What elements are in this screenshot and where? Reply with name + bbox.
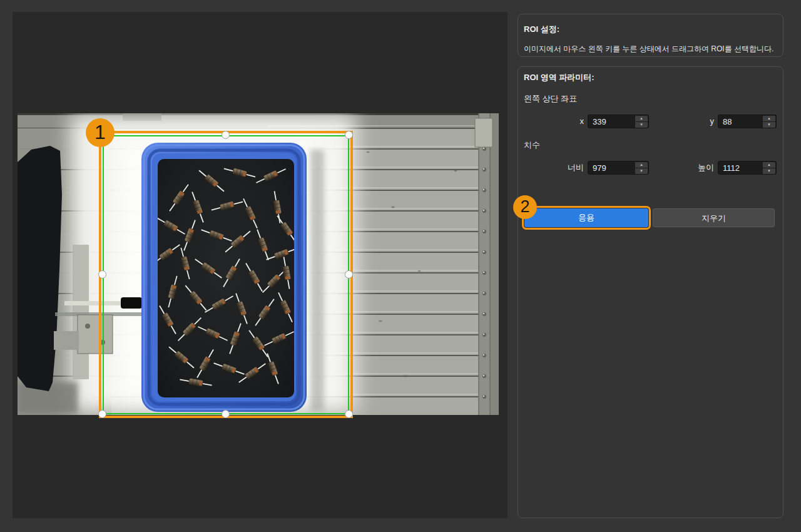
height-spinbox: ▲ ▼ (718, 161, 777, 175)
pole-bolt (482, 395, 486, 399)
width-label: 너비 (540, 161, 584, 175)
height-spin-up-button[interactable]: ▲ (763, 162, 775, 168)
step-2-badge: 2 (513, 195, 537, 219)
roi-handle-ml[interactable] (98, 270, 106, 279)
pole-bolt-highlight (483, 251, 484, 252)
roi-handle-bm[interactable] (222, 410, 230, 418)
bolt (85, 324, 90, 329)
roi-handle-tm[interactable] (222, 131, 230, 139)
roi-handle-bl[interactable] (98, 410, 106, 418)
pole-bolt (482, 312, 486, 316)
pole-bolt-highlight (483, 354, 484, 356)
roi-handle-tr[interactable] (345, 131, 353, 139)
pole-bolt (482, 271, 486, 275)
width-spinbox: ▲ ▼ (588, 161, 649, 175)
pole (479, 113, 490, 415)
pole-bolt (482, 168, 486, 171)
roi-applied-rect[interactable] (103, 135, 349, 414)
height-label: 높이 (670, 161, 714, 175)
x-input[interactable] (588, 115, 635, 128)
height-input[interactable] (718, 161, 763, 174)
pole-bolt-highlight (483, 396, 484, 397)
image-viewer: 1 (13, 12, 508, 518)
pole-bolt-highlight (483, 272, 484, 273)
y-spinbox: ▲ ▼ (718, 115, 777, 128)
pole-bolt (482, 374, 486, 378)
wall-right-edge (490, 113, 499, 415)
x-spin-down-button[interactable]: ▼ (635, 122, 648, 128)
pole-bolt-highlight (483, 292, 484, 294)
pole-bolt (482, 333, 486, 337)
x-spin-up-button[interactable]: ▲ (635, 116, 648, 121)
width-input[interactable] (588, 161, 635, 174)
clear-button[interactable]: 지우기 (653, 208, 775, 227)
roi-setting-title: ROI 설정: (524, 24, 559, 35)
y-spin-up-button[interactable]: ▲ (763, 116, 775, 121)
height-spin-down-button[interactable]: ▼ (763, 168, 775, 174)
roi-handle-mr[interactable] (345, 270, 353, 279)
roi-params-card: ROI 영역 파라미터: 왼쪽 상단 좌표 x ▲ ▼ y ▲ ▼ 치수 너비 … (518, 66, 783, 518)
top-left-coord-label: 왼쪽 상단 좌표 (524, 93, 577, 105)
roi-setting-card: ROI 설정: 이미지에서 마우스 왼쪽 키를 누른 상태에서 드래그하여 RO… (518, 14, 783, 57)
y-input[interactable] (718, 115, 763, 128)
width-spin-up-button[interactable]: ▲ (635, 162, 648, 168)
pole-bolt-highlight (483, 168, 484, 170)
pole-bolt (482, 230, 486, 233)
vertical-strut (73, 245, 89, 379)
size-label: 치수 (524, 140, 540, 151)
pole-bolt-highlight (483, 148, 484, 149)
roi-setting-description: 이미지에서 마우스 왼쪽 키를 누른 상태에서 드래그하여 ROI를 선택합니다… (524, 44, 773, 54)
pole-bolt (482, 354, 486, 357)
pole-bolt-highlight (483, 189, 484, 190)
roi-params-title: ROI 영역 파라미터: (524, 72, 594, 83)
pole-bolt-highlight (483, 334, 484, 335)
pole-bolt (482, 188, 486, 192)
pole-bolt-highlight (483, 210, 484, 211)
pole-bolt-highlight (483, 313, 484, 314)
camera-image[interactable] (18, 113, 499, 415)
apply-button[interactable]: 응용 (524, 208, 648, 227)
pole-bolt (482, 292, 486, 295)
roi-handle-br[interactable] (345, 410, 353, 418)
bracket-plate-small (54, 331, 79, 350)
pole-bolt (482, 250, 486, 254)
x-spinbox: ▲ ▼ (588, 115, 649, 128)
pole-bolt-highlight (483, 230, 484, 232)
pole-bracket (475, 118, 492, 147)
width-spin-down-button[interactable]: ▼ (635, 168, 648, 174)
y-label: y (670, 115, 714, 128)
pole-bolt (482, 209, 486, 213)
step-1-badge: 1 (86, 118, 115, 147)
y-spin-down-button[interactable]: ▼ (763, 122, 775, 128)
pole-bolt-highlight (483, 375, 484, 376)
pole-bolt (482, 147, 486, 151)
x-label: x (540, 115, 584, 128)
